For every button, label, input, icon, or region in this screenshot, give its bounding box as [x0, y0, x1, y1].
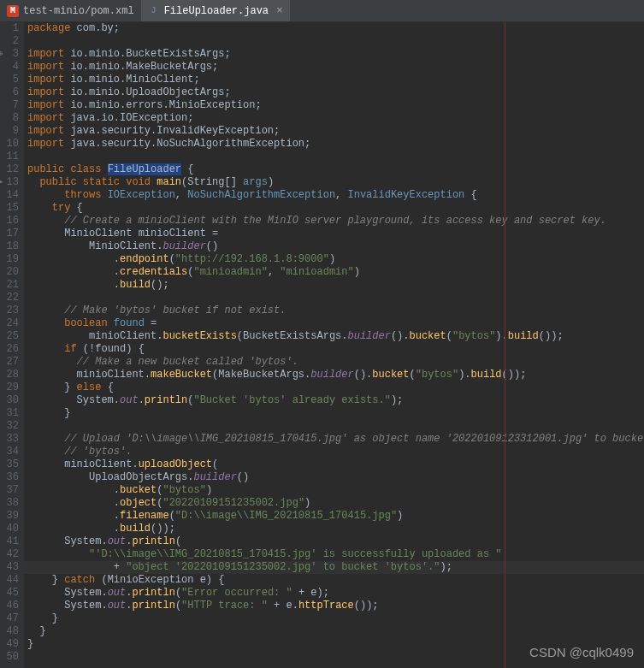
- line-number: 5: [0, 74, 19, 86]
- code-line: if (!found) {: [24, 343, 644, 356]
- code-line: import io.minio.BucketExistsArgs;: [24, 48, 644, 61]
- line-number: 2: [0, 35, 19, 48]
- code-line: .object("20220109151235002.jpg"): [24, 497, 644, 510]
- line-number: 27: [0, 356, 19, 369]
- line-number: 10: [0, 138, 19, 151]
- code-line: minioClient.makeBucket(MakeBucketArgs.bu…: [24, 369, 644, 381]
- code-line: System.out.println("Error occurred: " + …: [24, 587, 644, 600]
- code-line: import java.security.NoSuchAlgorithmExce…: [24, 138, 644, 151]
- margin-guide: [505, 22, 505, 668]
- line-number: 48: [0, 625, 19, 638]
- line-number: 37: [0, 484, 19, 497]
- code-line: [24, 292, 644, 304]
- line-number: ▶13: [0, 176, 19, 189]
- line-number: 45: [0, 587, 19, 600]
- line-number: 25: [0, 330, 19, 343]
- tab-label: test-minio/pom.xml: [23, 5, 134, 17]
- line-number: 26: [0, 343, 19, 356]
- line-number: 35: [0, 458, 19, 471]
- line-number: 31: [0, 407, 19, 420]
- code-line: System.out.println("Bucket 'bytos' alrea…: [24, 394, 644, 407]
- line-number: 15: [0, 202, 19, 215]
- line-number: 39: [0, 510, 19, 523]
- code-line: public class FileUploader {: [24, 163, 644, 176]
- gutter: 1 2 ⊕3 4 5 6 7 8 9 10 11 12 ▶13 14 15 16…: [0, 22, 24, 668]
- code-line: }: [24, 612, 644, 625]
- code-line: // Make a new bucket called 'bytos'.: [24, 356, 644, 369]
- line-number: 21: [0, 279, 19, 292]
- code-line: .build());: [24, 523, 644, 535]
- line-number: 29: [0, 381, 19, 394]
- line-number: 42: [0, 548, 19, 561]
- code-line: import io.minio.UploadObjectArgs;: [24, 86, 644, 99]
- tab-bar: M test-minio/pom.xml J FileUploader.java…: [0, 0, 644, 22]
- tab-pom[interactable]: M test-minio/pom.xml: [0, 0, 141, 21]
- line-number: 16: [0, 215, 19, 228]
- line-number: 8: [0, 112, 19, 125]
- code-line: System.out.println("HTTP trace: " + e.ht…: [24, 600, 644, 612]
- tab-label: FileUploader.java: [164, 5, 269, 17]
- code-line: boolean found =: [24, 317, 644, 330]
- line-number: 6: [0, 86, 19, 99]
- code-line: .build();: [24, 279, 644, 292]
- line-number: 30: [0, 394, 19, 407]
- code-line: System.out.println(: [24, 535, 644, 548]
- line-number: 7: [0, 99, 19, 112]
- code-line: try {: [24, 202, 644, 215]
- maven-icon: M: [7, 5, 19, 17]
- line-number: 19: [0, 253, 19, 266]
- line-number: 40: [0, 523, 19, 535]
- code-line: package com.by;: [24, 22, 644, 35]
- line-number: 49: [0, 638, 19, 651]
- code-line: "'D:\\image\\IMG_20210815_170415.jpg' is…: [24, 548, 644, 561]
- code-line: minioClient.bucketExists(BucketExistsArg…: [24, 330, 644, 343]
- code-line: .bucket("bytos"): [24, 484, 644, 497]
- code-line: .credentials("minioadmin", "minioadmin"): [24, 266, 644, 279]
- code-line: [24, 151, 644, 163]
- line-number: 4: [0, 61, 19, 74]
- code-line: } else {: [24, 381, 644, 394]
- code-line: } catch (MinioException e) {: [24, 574, 644, 587]
- tab-fileuploader[interactable]: J FileUploader.java ×: [141, 0, 290, 21]
- line-number: 47: [0, 612, 19, 625]
- line-number: 46: [0, 600, 19, 612]
- code-line: UploadObjectArgs.builder(): [24, 471, 644, 484]
- code-line: import java.security.InvalidKeyException…: [24, 125, 644, 138]
- code-line: .filename("D:\\image\\IMG_20210815_17041…: [24, 510, 644, 523]
- code-line: // Make 'bytos' bucket if not exist.: [24, 304, 644, 317]
- line-number: 41: [0, 535, 19, 548]
- run-icon[interactable]: ▶: [0, 176, 3, 189]
- line-number: 18: [0, 240, 19, 253]
- code-line: import java.io.IOException;: [24, 112, 644, 125]
- code-line: throws IOException, NoSuchAlgorithmExcep…: [24, 189, 644, 202]
- line-number: 1: [0, 22, 19, 35]
- line-number: 14: [0, 189, 19, 202]
- java-icon: J: [148, 5, 160, 17]
- line-number: 23: [0, 304, 19, 317]
- code-line: // Upload 'D:\\image\\IMG_20210815_17041…: [24, 433, 644, 446]
- code-line: minioClient.uploadObject(: [24, 458, 644, 471]
- line-number: 34: [0, 446, 19, 458]
- close-icon[interactable]: ×: [276, 4, 283, 17]
- code-line: MinioClient minioClient =: [24, 228, 644, 240]
- code-line: }: [24, 625, 644, 638]
- line-number: 43: [0, 561, 19, 574]
- watermark: CSDN @cqlk0499: [529, 645, 634, 659]
- line-number: ⊕3: [0, 48, 19, 61]
- line-number: 50: [0, 651, 19, 664]
- code-area[interactable]: package com.by; import io.minio.BucketEx…: [24, 22, 644, 668]
- code-line: // 'bytos'.: [24, 446, 644, 458]
- line-number: 44: [0, 574, 19, 587]
- code-line: [24, 420, 644, 433]
- line-number: 24: [0, 317, 19, 330]
- code-line: [24, 35, 644, 48]
- line-number: 22: [0, 292, 19, 304]
- line-number: 12: [0, 163, 19, 176]
- code-line: import io.minio.MinioClient;: [24, 74, 644, 86]
- code-line: MinioClient.builder(): [24, 240, 644, 253]
- line-number: 38: [0, 497, 19, 510]
- code-line: import io.minio.errors.MinioException;: [24, 99, 644, 112]
- line-number: 28: [0, 369, 19, 381]
- fold-icon[interactable]: ⊕: [0, 48, 3, 61]
- line-number: 11: [0, 151, 19, 163]
